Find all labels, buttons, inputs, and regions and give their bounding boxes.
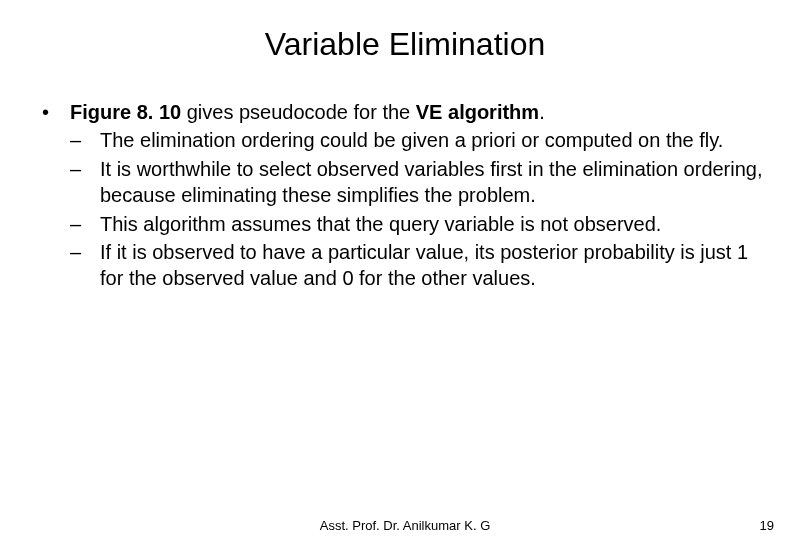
footer-author: Asst. Prof. Dr. Anilkumar K. G — [320, 518, 491, 533]
intro-mid: gives pseudocode for the — [181, 101, 416, 123]
bullet-text: Figure 8. 10 gives pseudocode for the VE… — [70, 99, 774, 125]
dash-marker: – — [70, 127, 100, 153]
slide-body: • Figure 8. 10 gives pseudocode for the … — [36, 99, 774, 292]
sub-bullet-item: – This algorithm assumes that the query … — [36, 211, 774, 237]
sub-bullet-text: This algorithm assumes that the query va… — [100, 211, 774, 237]
algo-name: VE algorithm — [416, 101, 539, 123]
sub-bullet-text: If it is observed to have a particular v… — [100, 239, 774, 292]
dash-marker: – — [70, 211, 100, 237]
figure-ref: Figure 8. 10 — [70, 101, 181, 123]
slide: Variable Elimination • Figure 8. 10 give… — [0, 0, 810, 540]
sub-bullet-item: – If it is observed to have a particular… — [36, 239, 774, 292]
bullet-item: • Figure 8. 10 gives pseudocode for the … — [36, 99, 774, 125]
sub-bullet-item: – It is worthwhile to select observed va… — [36, 156, 774, 209]
sub-bullet-text: The elimination ordering could be given … — [100, 127, 774, 153]
intro-end: . — [539, 101, 545, 123]
sub-bullet-item: – The elimination ordering could be give… — [36, 127, 774, 153]
sub-bullet-text: It is worthwhile to select observed vari… — [100, 156, 774, 209]
dash-marker: – — [70, 239, 100, 292]
dash-marker: – — [70, 156, 100, 209]
footer-page-number: 19 — [760, 518, 774, 533]
slide-title: Variable Elimination — [36, 26, 774, 63]
bullet-marker: • — [36, 99, 70, 125]
